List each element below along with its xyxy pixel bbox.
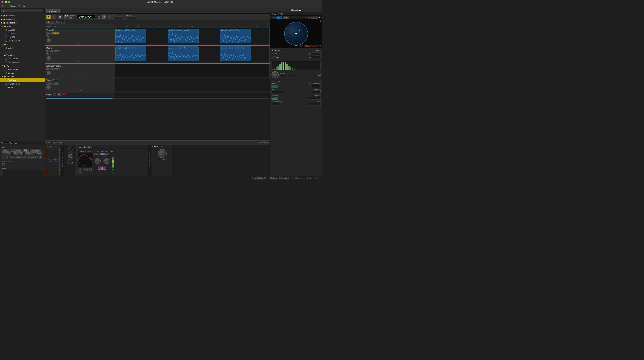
panner-start-input[interactable]: 0 Deg [280,75,288,77]
sound-size-dial[interactable] [95,158,101,164]
user-prop-i[interactable]: I [2,163,5,166]
stealing-value[interactable]: - [312,91,320,94]
sidebar-item-level01[interactable]: 🎵 Level 01 [0,28,45,32]
distance-input[interactable]: 0.00 [127,16,136,19]
sidebar-item-pistol[interactable]: 🎵 Pistol [0,86,45,89]
tag-fade[interactable]: fade [23,149,29,152]
sidebar-item-ui[interactable]: ▼ 📂 UI [0,42,45,46]
priority-value[interactable]: Medium [309,103,320,106]
beats-label[interactable]: BEATS [69,14,76,17]
volume-knob-distant-thud[interactable] [46,85,51,90]
solo-button-explosion[interactable]: SOLO [46,32,53,34]
loop-button[interactable]: ⇄ [97,15,101,19]
sidebar-item-music[interactable]: ▼ 📂 Music [0,24,45,28]
menu-banks[interactable]: Banks [10,5,16,7]
desktop-status[interactable]: Desktop [280,177,288,180]
sidebar-item-level03[interactable]: 🎵 Level 03 [0,35,45,39]
sidebar-item-level02[interactable]: 🎵 Level 02 [0,32,45,35]
cooldown-value[interactable]: 0.00 ms [309,97,320,100]
search-input[interactable] [2,9,43,12]
sidebar-item-character[interactable]: ▶ 📁 Character [0,17,45,21]
collapse-info-icon[interactable]: ▼ [41,142,43,144]
platform-status[interactable]: Platform [269,177,278,180]
sidebar-item-ride-on-mower[interactable]: 🎵 Ride-on Mower [0,60,45,64]
off-big-button[interactable]: Off [98,167,106,170]
volume-knob-explosion[interactable] [47,38,51,42]
minimize-button[interactable] [5,1,7,3]
tag-hold-value[interactable]: hold-value [30,149,41,152]
sidebar-item-interactables[interactable]: ▶ 📁 Interactables [0,21,45,24]
tag-parameter[interactable]: parameter [12,152,23,155]
solo-button-distant-thud[interactable]: SOLO [46,82,52,85]
audio-block-debris-small[interactable]: weapons_explosion_debris_small [115,46,146,61]
volume-knob-large[interactable] [68,151,73,161]
menu-assets[interactable]: Assets [19,5,24,7]
sidebar-item-weapons[interactable]: ▼ 📂 Weapons [0,75,45,78]
sidebar-item-radio-station[interactable]: 🎵 Radio Station [0,39,45,42]
panner-knob[interactable] [272,71,279,78]
close-button[interactable] [2,1,4,3]
front-button[interactable]: Front [283,16,289,19]
auto-button[interactable]: Auto [94,153,100,156]
panner-end-input[interactable]: 360 Deg [288,75,298,77]
pitch-value[interactable]: 0.00 st [272,91,283,94]
sidebar-item-cancel[interactable]: 🎵 Cancel [0,46,45,50]
audio-block-debris-large[interactable]: weapons_explosion_debris_large [220,46,251,61]
sidebar-item-vo[interactable]: ▼ 📂 VO [0,64,45,68]
off-button[interactable]: Off [105,153,109,156]
stop-button[interactable]: ■ [46,15,51,19]
tab-add-button[interactable]: + [61,9,65,12]
audio-block-explosion-small[interactable]: weapons_explosion_small [115,29,146,43]
audio-block-debris-medium[interactable]: weapons_explosion_debris_medium [168,46,199,61]
audio-block-explosion-medium[interactable]: weapons_explosion_medium [168,29,199,43]
params-collapse-icon[interactable]: ▼ [272,49,273,51]
list-view-button[interactable]: ≡ [102,15,106,19]
master-play-button[interactable]: ▶ [53,94,56,96]
doppler-scale-value[interactable]: 100% [272,103,280,106]
pause-button[interactable]: ❚❚ [58,15,62,19]
volume-knob-submix[interactable] [47,71,51,75]
volume-knob-debris[interactable] [47,56,51,60]
tag-random-modulator[interactable]: random-modulator [24,152,42,155]
master-m-button[interactable]: M [56,94,60,96]
play-button[interactable]: ▶ [52,15,56,19]
radius-lock-icon[interactable]: 🔒 [318,16,320,18]
size-input[interactable]: 0.00 [114,16,123,19]
radius-input[interactable]: 100 [311,16,318,19]
mute-button-explosion[interactable]: MUTE [53,32,60,34]
track-scrollbar[interactable] [45,97,270,99]
tag-spatializer[interactable]: spatializer [27,156,38,159]
solo-button-debris[interactable]: SOLO [46,50,53,52]
shape-btn-4[interactable]: ⬡ [78,171,82,174]
dist-atten-vis[interactable] [78,153,92,167]
mute-button-debris[interactable]: MUTE [53,50,60,52]
ortho-button[interactable]: Ortho [276,16,282,19]
reverb-knob[interactable] [158,149,166,158]
sidebar-item-explosion[interactable]: 🎵 Explosion [0,78,45,82]
audio-block-explosion-large[interactable]: weapons_explosion_large [220,29,251,43]
tag-i[interactable]: I [39,156,42,159]
sidebar-item-car-engine[interactable]: 🎵 Car Engine [0,57,45,60]
tag-one-shot[interactable]: one-shot [2,152,11,155]
size-param-value[interactable]: 0.00 [312,52,320,55]
mute-button-distant-thud[interactable]: MUTE [53,82,59,85]
tab-size[interactable]: Size [46,21,54,24]
tag-single-instrument[interactable]: single-instrument [10,156,26,159]
solo-button-submix[interactable]: SOLO [46,68,53,70]
tab-distance[interactable]: Distance [54,21,65,24]
grid-view-button[interactable]: ⊞ [107,15,111,19]
sidebar-item-okay[interactable]: 🎵 Okay [0,50,45,53]
menu-events[interactable]: Events [2,5,8,7]
time-label[interactable]: TIME [64,14,69,17]
fader-play-icon[interactable]: ▶ [50,145,52,147]
shape-btn-2[interactable]: ⊠ [83,168,87,171]
sidebar-item-welcome[interactable]: 🎵 Welcome [0,71,45,75]
spatializer-play-button[interactable]: ▶ [88,146,92,148]
distance-param-value[interactable]: 0.00 [312,56,320,59]
tag-automation[interactable]: automation [10,149,22,152]
sidebar-item-vehicles[interactable]: ▼ 📂 Vehicles [0,53,45,57]
mute-button-submix[interactable]: MUTE [53,68,60,70]
shape-btn-1[interactable]: ⊡ [78,168,82,171]
effect-add-slot[interactable]: Click to add a pre-fader effect ↘ [46,149,60,175]
reverb-play-button[interactable]: ▶ [161,146,162,148]
